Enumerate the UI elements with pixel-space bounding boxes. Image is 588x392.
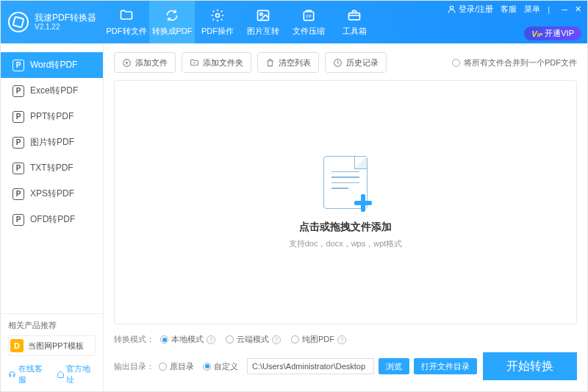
app-name: 我速PDF转换器 — [35, 13, 96, 23]
link-service[interactable]: 客服 — [501, 4, 517, 15]
svg-point-0 — [216, 13, 220, 17]
tab-pdf-to-file[interactable]: PDF转文件 — [104, 1, 149, 43]
svg-point-6 — [451, 6, 453, 9]
p-icon: P — [12, 214, 24, 226]
recommend-title: 相关产品推荐 — [8, 320, 96, 331]
mode-label: 转换模式： — [114, 334, 154, 345]
radio-icon — [160, 335, 168, 343]
minimize-icon[interactable]: ─ — [562, 5, 567, 14]
sidebar-item-ppt[interactable]: PPPT转PDF — [1, 104, 103, 129]
clear-list-button[interactable]: 清空列表 — [257, 52, 319, 73]
zip-icon: ZIP — [301, 8, 316, 23]
tab-toolbox[interactable]: 工具箱 — [331, 1, 377, 43]
gear-icon — [210, 8, 225, 23]
toolbox-icon — [347, 8, 362, 23]
vip-button[interactable]: VIP 开通VIP — [524, 26, 581, 40]
ad-icon: D — [10, 339, 24, 352]
ad-ppt-template[interactable]: D 当图网PPT模板 — [8, 335, 96, 356]
merge-option[interactable]: 将所有文件合并到一个PDF文件 — [452, 57, 577, 68]
p-icon: P — [12, 111, 24, 123]
refresh-icon — [165, 8, 179, 23]
mode-pure[interactable]: 纯图PDF? — [291, 334, 346, 345]
radio-icon — [203, 363, 211, 371]
output-custom[interactable]: 自定义 — [203, 361, 238, 372]
tab-to-pdf[interactable]: 转换成PDF — [149, 1, 195, 43]
file-add-icon — [323, 156, 368, 209]
sidebar-item-image[interactable]: P图片转PDF — [1, 129, 103, 155]
headset-icon — [8, 370, 16, 379]
app-header: 我速PDF转换器 V2.1.22 PDF转文件 转换成PDF PDF操作 图片互… — [1, 1, 587, 43]
folder-plus-icon — [190, 58, 199, 68]
sidebar-item-xps[interactable]: PXPS转PDF — [1, 181, 103, 207]
mode-local[interactable]: 本地模式? — [160, 334, 215, 345]
svg-rect-5 — [349, 13, 360, 19]
add-folder-button[interactable]: 添加文件夹 — [182, 52, 251, 73]
drop-area[interactable]: 点击或拖拽文件添加 支持doc，docx，wps，wpt格式 — [114, 80, 577, 324]
radio-icon — [159, 363, 167, 371]
p-icon: P — [12, 163, 24, 174]
image-icon — [256, 8, 270, 23]
toolbar: 添加文件 添加文件夹 清空列表 历史记录 将所有文件合并到一个PDF文件 — [114, 52, 577, 73]
top-tabs: PDF转文件 转换成PDF PDF操作 图片互转 ZIP 文件压缩 工具箱 — [104, 1, 377, 43]
home-icon — [57, 370, 65, 379]
add-file-button[interactable]: 添加文件 — [114, 52, 176, 73]
p-icon: P — [12, 85, 24, 97]
p-icon: P — [12, 188, 24, 200]
sidebar: PWord转PDF PExcel转PDF PPPT转PDF P图片转PDF PT… — [1, 43, 104, 391]
help-icon[interactable]: ? — [272, 335, 281, 344]
start-convert-button[interactable]: 开始转换 — [483, 352, 577, 380]
mode-cloud[interactable]: 云端模式? — [226, 334, 281, 345]
drop-title: 点击或拖拽文件添加 — [299, 221, 392, 234]
sidebar-item-excel[interactable]: PExcel转PDF — [1, 78, 103, 104]
options-panel: 转换模式： 本地模式? 云端模式? 纯图PDF? 输出目录： 原目录 自定义 浏… — [114, 330, 577, 384]
p-icon: P — [12, 137, 24, 149]
help-icon[interactable]: ? — [207, 335, 215, 344]
person-icon — [447, 4, 456, 14]
svg-point-2 — [260, 13, 262, 15]
output-path-input[interactable] — [247, 358, 374, 374]
tab-pdf-ops[interactable]: PDF操作 — [195, 1, 240, 43]
radio-icon — [291, 335, 299, 343]
tab-compress[interactable]: ZIP 文件压缩 — [286, 1, 331, 43]
link-official-site[interactable]: 官方地址 — [57, 363, 96, 385]
sidebar-item-word[interactable]: PWord转PDF — [1, 52, 103, 78]
sidebar-item-txt[interactable]: PTXT转PDF — [1, 155, 103, 181]
close-icon[interactable]: ✕ — [575, 4, 581, 14]
radio-icon — [452, 59, 460, 67]
help-icon[interactable]: ? — [337, 335, 346, 344]
app-version: V2.1.22 — [35, 23, 96, 31]
radio-icon — [226, 335, 234, 343]
logo-area: 我速PDF转换器 V2.1.22 — [1, 1, 104, 43]
app-logo-icon — [8, 12, 29, 32]
link-menu[interactable]: 菜单 — [524, 4, 540, 15]
output-original[interactable]: 原目录 — [159, 361, 194, 372]
tab-image-convert[interactable]: 图片互转 — [240, 1, 286, 43]
folder-icon — [119, 8, 134, 23]
p-icon: P — [12, 60, 24, 71]
output-label: 输出目录： — [114, 361, 154, 372]
user-icon[interactable]: 登录/注册 — [447, 4, 493, 15]
browse-button[interactable]: 浏览 — [379, 358, 409, 374]
clock-icon — [333, 58, 343, 68]
header-right: 登录/注册 客服 菜单 | ─ ✕ VIP 开通VIP — [441, 1, 587, 43]
trash-icon — [265, 58, 275, 68]
open-folder-button[interactable]: 打开文件目录 — [414, 358, 477, 374]
vip-crown-icon: VIP — [531, 29, 542, 38]
svg-text:ZIP: ZIP — [306, 14, 312, 18]
main-panel: 添加文件 添加文件夹 清空列表 历史记录 将所有文件合并到一个PDF文件 — [104, 43, 587, 391]
link-online-service[interactable]: 在线客服 — [8, 363, 48, 385]
drop-subtitle: 支持doc，docx，wps，wpt格式 — [289, 238, 403, 249]
history-button[interactable]: 历史记录 — [325, 52, 387, 73]
plus-circle-icon — [122, 58, 132, 68]
sidebar-item-ofd[interactable]: POFD转PDF — [1, 207, 103, 232]
